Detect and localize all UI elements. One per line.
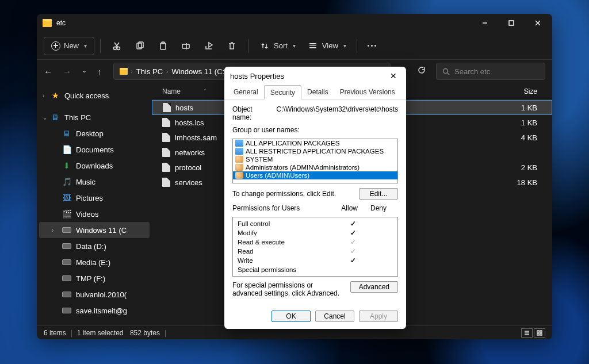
permission-row: Full control✓	[238, 219, 393, 228]
item-count: 6 items	[44, 329, 66, 337]
ok-button[interactable]: OK	[271, 311, 311, 322]
search-icon	[442, 68, 450, 75]
view-button[interactable]: View ▾	[303, 37, 351, 55]
permission-row: Read✓	[238, 247, 393, 256]
new-button[interactable]: New ▾	[44, 37, 94, 55]
sidebar-item-quick-access[interactable]: › ★ Quick access	[39, 87, 150, 104]
group-user-list[interactable]: ALL APPLICATION PACKAGESALL RESTRICTED A…	[232, 139, 398, 183]
drive-icon	[62, 308, 71, 313]
breadcrumb-item[interactable]: This PC	[136, 67, 163, 76]
sidebar-item[interactable]: Media (E:)	[39, 254, 150, 270]
chevron-down-icon: ▾	[84, 43, 87, 49]
dialog-close-button[interactable]: ✕	[387, 69, 400, 83]
dialog-title: hosts Properties	[230, 72, 387, 81]
sidebar-item[interactable]: save.itsmeit@g	[39, 302, 150, 319]
group-item[interactable]: SYSTEM	[233, 155, 397, 163]
sidebar-label: Data (D:)	[76, 242, 106, 251]
toolbar: New ▾ Sort ▾ View ▾	[37, 32, 552, 60]
dialog-titlebar: hosts Properties ✕	[224, 67, 406, 85]
sidebar-label: Windows 11 (C	[76, 226, 127, 235]
sidebar-item[interactable]: ›Windows 11 (C	[39, 222, 150, 238]
cut-button[interactable]	[106, 37, 127, 55]
sidebar-label: Videos	[76, 210, 99, 219]
allow-check: ✓	[349, 220, 357, 228]
sidebar-item[interactable]: 🖥Desktop	[39, 125, 150, 141]
tab-previous-versions[interactable]: Previous Versions	[334, 85, 401, 99]
chevron-down-icon: ▾	[293, 43, 296, 49]
permission-name: Special permissions	[238, 266, 296, 273]
permission-name: Read	[238, 248, 254, 255]
up-button[interactable]: ↑	[97, 67, 102, 76]
back-button[interactable]: ←	[44, 67, 52, 76]
copy-button[interactable]	[129, 37, 150, 55]
advanced-button[interactable]: Advanced	[350, 281, 398, 293]
recent-button[interactable]: ⌄	[82, 67, 87, 76]
group-icon	[235, 156, 243, 163]
sidebar-item[interactable]: 🎵Music	[39, 174, 150, 190]
deny-check	[374, 256, 383, 265]
sidebar-item[interactable]: ⬇Downloads	[39, 158, 150, 174]
drive-icon	[62, 243, 71, 249]
group-icon	[235, 172, 243, 179]
folder-icon	[43, 19, 52, 27]
tab-details[interactable]: Details	[301, 85, 334, 99]
titlebar: etc	[37, 14, 552, 32]
close-button[interactable]	[525, 14, 551, 32]
copy-icon	[134, 40, 146, 52]
chevron-right-icon: ›	[131, 68, 133, 75]
allow-check: ✓	[349, 229, 357, 237]
downloads-icon: ⬇	[62, 161, 71, 170]
file-icon	[162, 148, 170, 157]
forward-button[interactable]: →	[63, 67, 71, 76]
thumbnails-view-button[interactable]	[534, 328, 545, 338]
group-item[interactable]: ALL RESTRICTED APPLICATION PACKAGES	[233, 147, 397, 155]
group-item[interactable]: ALL APPLICATION PACKAGES	[233, 139, 397, 147]
maximize-button[interactable]	[498, 14, 525, 32]
breadcrumb-item[interactable]: Windows 11 (C:)	[171, 67, 227, 76]
column-name[interactable]: Name	[162, 87, 181, 95]
sidebar-item-this-pc[interactable]: ⌄ 🖥 This PC	[39, 109, 150, 125]
permission-row: Modify✓	[238, 228, 393, 237]
svg-rect-1	[509, 21, 514, 25]
sidebar-item[interactable]: 🎬Videos	[39, 206, 150, 222]
sidebar-item[interactable]: Data (D:)	[39, 238, 150, 254]
sidebar-item[interactable]: 📄Documents	[39, 141, 150, 158]
advanced-hint: For special permissions or advanced sett…	[232, 281, 342, 297]
rename-button[interactable]	[175, 37, 196, 55]
sidebar-label: Music	[76, 178, 95, 186]
refresh-button[interactable]	[418, 66, 426, 76]
paste-button[interactable]	[152, 37, 173, 55]
apply-button[interactable]: Apply	[359, 311, 398, 322]
tab-security[interactable]: Security	[264, 85, 301, 99]
minimize-button[interactable]	[472, 14, 498, 32]
search-input[interactable]: Search etc	[436, 63, 545, 80]
sort-button[interactable]: Sort ▾	[254, 37, 300, 55]
group-item[interactable]: Users (ADMIN\Users)	[233, 171, 397, 179]
rename-icon	[180, 40, 192, 52]
cancel-button[interactable]: Cancel	[315, 311, 354, 322]
object-path: C:\Windows\System32\drivers\etc\hosts	[277, 105, 398, 121]
column-size[interactable]: Size	[499, 83, 545, 100]
details-view-button[interactable]	[521, 328, 533, 338]
group-item[interactable]: Administrators (ADMIN\Administrators)	[233, 163, 397, 171]
svg-point-14	[443, 68, 448, 73]
permission-name: Modify	[238, 229, 257, 236]
tab-general[interactable]: General	[228, 85, 264, 99]
svg-rect-19	[537, 331, 539, 332]
svg-rect-20	[540, 331, 542, 332]
sidebar-item[interactable]: buivanloi.2010(	[39, 286, 150, 302]
sidebar-item[interactable]: 🖼Pictures	[39, 190, 150, 206]
edit-button[interactable]: Edit...	[359, 188, 398, 200]
delete-button[interactable]	[221, 37, 242, 55]
plus-icon	[51, 41, 60, 51]
more-button[interactable]	[363, 37, 381, 55]
separator	[357, 39, 357, 53]
selection-size: 852 bytes	[130, 329, 160, 337]
sidebar-item[interactable]: TMP (F:)	[39, 270, 150, 286]
file-size: 1 KB	[499, 100, 545, 115]
group-name: Users (ADMIN\Users)	[246, 172, 309, 179]
more-icon	[368, 45, 376, 47]
navigation-sidebar: › ★ Quick access ⌄ 🖥 This PC 🖥Desktop📄Do…	[37, 83, 152, 325]
svg-rect-21	[537, 334, 539, 335]
share-button[interactable]	[198, 37, 219, 55]
